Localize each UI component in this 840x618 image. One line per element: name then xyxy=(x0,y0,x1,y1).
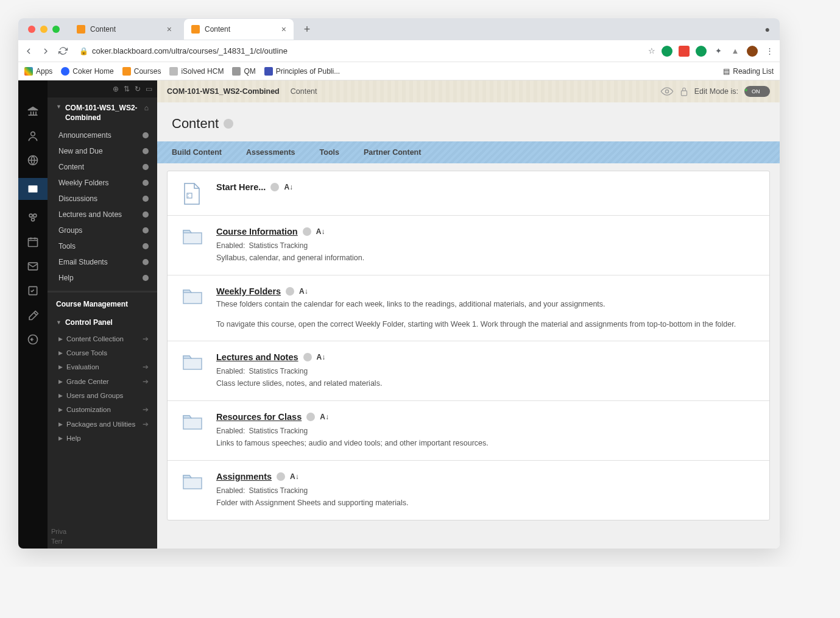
goto-icon[interactable]: ➔ xyxy=(143,420,149,428)
control-panel-item[interactable]: ▶Customization➔ xyxy=(48,402,157,417)
control-panel-item[interactable]: ▶Evaluation➔ xyxy=(48,360,157,374)
adaptive-release-icon[interactable]: A↓ xyxy=(320,413,329,421)
file-icon xyxy=(182,182,202,204)
bookmark-item[interactable]: iSolved HCM xyxy=(169,67,224,76)
url-field[interactable]: 🔒 coker.blackboard.com/ultra/courses/_14… xyxy=(74,44,642,58)
control-panel-item[interactable]: ▶Grade Center➔ xyxy=(48,374,157,389)
close-window-icon[interactable] xyxy=(28,26,35,33)
institution-icon[interactable] xyxy=(26,105,40,118)
sidebar-item[interactable]: Weekly Folders xyxy=(48,175,157,191)
bookmark-star-icon[interactable]: ☆ xyxy=(648,46,655,55)
enabled-text: Enabled:Statistics Tracking xyxy=(216,486,755,495)
item-options-icon[interactable] xyxy=(303,353,312,361)
preview-icon[interactable] xyxy=(660,87,674,96)
tab-active[interactable]: Content × xyxy=(184,19,294,40)
account-icon[interactable]: ● xyxy=(760,24,775,34)
item-options-icon[interactable] xyxy=(277,472,285,481)
activity-icon[interactable] xyxy=(26,154,40,167)
minimize-window-icon[interactable] xyxy=(40,26,48,33)
sidebar-item[interactable]: Discussions xyxy=(48,191,157,207)
reload-button[interactable] xyxy=(57,46,68,57)
adaptive-release-icon[interactable]: A↓ xyxy=(290,472,299,481)
profile-icon[interactable]: ▲ xyxy=(730,46,741,57)
goto-icon[interactable]: ➔ xyxy=(143,377,149,386)
sidebar-item[interactable]: Content xyxy=(48,159,157,175)
close-tab-icon[interactable]: × xyxy=(281,24,286,34)
control-panel-item[interactable]: ▶Help xyxy=(48,432,157,445)
tools-icon[interactable] xyxy=(26,308,40,322)
item-title-link[interactable]: Resources for Class xyxy=(216,412,302,422)
maximize-window-icon[interactable] xyxy=(52,26,60,33)
item-title-link[interactable]: Weekly Folders xyxy=(216,286,281,296)
forward-button[interactable] xyxy=(40,46,51,57)
course-name-header[interactable]: ▼ COM-101-WS1_WS2-Combined ⌂ xyxy=(48,98,157,127)
bookmark-item[interactable]: Coker Home xyxy=(61,67,113,76)
adaptive-release-icon[interactable]: A↓ xyxy=(284,183,293,191)
page-options-icon[interactable] xyxy=(224,119,233,129)
sidebar-item[interactable]: Help xyxy=(48,270,157,286)
adaptive-release-icon[interactable]: A↓ xyxy=(316,227,325,236)
extensions-puzzle-icon[interactable]: ✦ xyxy=(713,46,724,57)
sidebar-item[interactable]: Tools xyxy=(48,238,157,254)
item-options-icon[interactable] xyxy=(306,413,315,421)
control-panel-item[interactable]: ▶Packages and Utilities➔ xyxy=(48,417,157,432)
new-tab-button[interactable]: + xyxy=(298,23,316,36)
bookmark-item[interactable]: Principles of Publi... xyxy=(264,67,340,76)
bookmark-item[interactable]: QM xyxy=(232,67,255,76)
organizations-icon[interactable] xyxy=(26,211,40,224)
sidebar-item[interactable]: Groups xyxy=(48,222,157,238)
calendar-icon[interactable] xyxy=(26,235,40,249)
goto-icon[interactable]: ➔ xyxy=(143,335,149,343)
item-title-link[interactable]: Course Information xyxy=(216,227,298,236)
item-options-icon[interactable] xyxy=(286,287,294,296)
refresh-icon[interactable]: ↻ xyxy=(135,85,141,93)
messages-icon[interactable] xyxy=(26,260,40,273)
item-title-link[interactable]: Lectures and Notes xyxy=(216,352,298,362)
grades-icon[interactable] xyxy=(26,284,40,297)
tab-inactive[interactable]: Content × xyxy=(69,19,179,40)
edit-mode-toggle[interactable]: ON xyxy=(744,86,770,97)
avatar-icon[interactable] xyxy=(747,46,758,57)
control-panel-header[interactable]: ▼Control Panel xyxy=(48,313,157,332)
home-icon[interactable]: ⌂ xyxy=(144,104,149,113)
control-panel-item[interactable]: ▶Users and Groups xyxy=(48,389,157,402)
sidebar-item[interactable]: Announcements xyxy=(48,127,157,143)
lock-icon[interactable] xyxy=(680,87,688,96)
apps-button[interactable]: Apps xyxy=(24,67,52,76)
courses-icon[interactable] xyxy=(18,178,48,200)
assessments-menu[interactable]: Assessments xyxy=(246,148,295,157)
extension-icon[interactable] xyxy=(662,46,672,57)
control-panel-item[interactable]: ▶Content Collection➔ xyxy=(48,332,157,346)
item-options-icon[interactable] xyxy=(270,183,279,191)
add-icon[interactable]: ⊕ xyxy=(113,85,119,93)
reorder-icon[interactable]: ⇅ xyxy=(124,85,130,93)
sidebar-item[interactable]: Lectures and Notes xyxy=(48,207,157,222)
sidebar-item[interactable]: New and Due xyxy=(48,143,157,159)
build-content-menu[interactable]: Build Content xyxy=(172,148,222,157)
tools-menu[interactable]: Tools xyxy=(320,148,339,157)
item-title-link[interactable]: Assignments xyxy=(216,472,272,481)
signout-icon[interactable] xyxy=(26,333,40,346)
adaptive-release-icon[interactable]: A↓ xyxy=(317,353,326,361)
reading-list-button[interactable]: ▤ Reading List xyxy=(723,67,774,76)
display-icon[interactable]: ▭ xyxy=(146,85,152,93)
caret-right-icon: ▶ xyxy=(58,350,63,356)
breadcrumb-course[interactable]: COM-101-WS1_WS2-Combined xyxy=(167,87,280,96)
control-panel-item[interactable]: ▶Course Tools xyxy=(48,346,157,360)
sidebar-item[interactable]: Email Students xyxy=(48,254,157,270)
item-options-icon[interactable] xyxy=(303,227,311,236)
menu-icon[interactable]: ⋮ xyxy=(764,46,775,57)
partner-content-menu[interactable]: Partner Content xyxy=(364,148,421,157)
bookmark-item[interactable]: Courses xyxy=(122,67,161,76)
back-button[interactable] xyxy=(23,46,34,57)
caret-down-icon: ▼ xyxy=(56,319,62,325)
apps-icon xyxy=(24,67,33,76)
breadcrumb-page[interactable]: Content xyxy=(291,87,317,96)
close-tab-icon[interactable]: × xyxy=(167,24,172,34)
goto-icon[interactable]: ➔ xyxy=(143,405,149,414)
extension-icon[interactable] xyxy=(696,46,707,57)
adaptive-release-icon[interactable]: A↓ xyxy=(299,287,308,296)
goto-icon[interactable]: ➔ xyxy=(143,363,149,371)
extension-icon[interactable] xyxy=(679,46,690,57)
profile-icon[interactable] xyxy=(26,129,40,143)
